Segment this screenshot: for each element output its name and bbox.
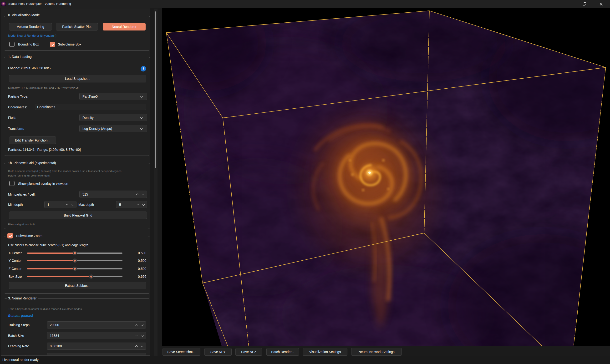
y-center-slider-handle[interactable] [73, 259, 77, 263]
log-interval-spin[interactable]: 100 [47, 353, 146, 356]
batch-size-value: 16384 [50, 334, 59, 338]
minimize-icon [566, 4, 570, 4]
chevron-down-icon[interactable] [141, 334, 143, 337]
coordinates-label: Coordinates: [8, 105, 27, 109]
load-snapshot-button[interactable]: Load Snapshot... [9, 75, 146, 82]
min-depth-value: 1 [47, 203, 49, 207]
chevron-up-icon[interactable] [66, 204, 68, 206]
chevron-up-icon[interactable] [136, 194, 138, 196]
transform-label: Transform: [8, 127, 24, 130]
bounding-box-checkbox[interactable] [9, 42, 14, 47]
subvolume-desc: Use sliders to choose cube center (0-1) … [8, 243, 89, 247]
transform-value: Log Density (Arepo) [82, 127, 112, 130]
max-depth-label: Max depth [78, 203, 94, 207]
plenoxel-overlay-checkbox[interactable] [9, 181, 14, 186]
chevron-down-icon[interactable] [142, 203, 145, 206]
min-particles-value: 515 [82, 193, 88, 196]
y-center-label: Y Center [9, 259, 22, 262]
min-particles-label: Min particles / cell: [8, 193, 36, 196]
plenoxel-status: Plenoxel grid: not built [8, 222, 35, 227]
sidebar-scrollbar-handle[interactable] [155, 12, 156, 168]
transform-combo[interactable]: Log Density (Arepo) [79, 125, 147, 132]
particle-scatter-plot-button[interactable]: Particle Scatter Plot [56, 23, 98, 30]
chevron-down-icon[interactable] [142, 193, 144, 195]
field-label: Field: [8, 116, 16, 120]
box-size-label: Box Size [9, 275, 22, 278]
batch-render-button[interactable]: Batch Render... [266, 348, 299, 356]
subvolume-zoom-label: Subvolume Zoom [16, 234, 42, 238]
y-center-value: 0.500 [127, 259, 146, 262]
group-neural-renderer-title: 3. Neural Renderer [7, 296, 38, 300]
volume-render-canvas [162, 8, 610, 346]
loaded-file-label: Loaded: cutout_468590.hdf5 [8, 66, 51, 70]
chevron-up-icon[interactable] [135, 335, 138, 337]
learning-rate-spin[interactable]: 0.00100 [47, 343, 146, 350]
neural-status: Status: paused [8, 314, 33, 318]
subvolume-box-label: Subvolume Box [58, 42, 81, 46]
neural-desc: Train a tinycudann neural field and rend… [8, 307, 82, 311]
group-data-loading-title: 1. Data Loading [7, 55, 33, 59]
min-particles-spin[interactable]: 515 [79, 191, 147, 198]
volume-rendering-button[interactable]: Volume Rendering [9, 23, 52, 30]
visualization-settings-button[interactable]: Visualization Settings [303, 348, 347, 356]
restore-icon [583, 2, 586, 6]
neural-renderer-button[interactable]: Neural Renderer [103, 23, 146, 30]
z-center-slider-handle[interactable] [73, 267, 77, 271]
app-icon [1, 2, 6, 6]
max-depth-spin[interactable]: 5 [116, 201, 147, 208]
maximize-button[interactable] [579, 0, 590, 8]
window-title: Scalar Field Resampler - Volume Renderin… [8, 2, 71, 5]
particle-type-value: PartType0 [82, 95, 98, 98]
particle-type-combo[interactable]: PartType0 [79, 93, 147, 100]
field-combo[interactable]: Density [79, 114, 147, 121]
y-center-slider-row: Y Center 0.500 [1, 258, 147, 263]
box-size-slider-handle[interactable] [89, 274, 93, 279]
mode-note: Mode: Neural Renderer (tinycudann) [8, 34, 56, 37]
chevron-down-icon[interactable] [141, 344, 143, 347]
info-icon[interactable]: i [141, 66, 146, 71]
chevron-down-icon [140, 127, 143, 130]
box-size-slider-row: Box Size 0.696 [1, 274, 147, 279]
edit-transfer-function-button[interactable]: Edit Transfer Function... [9, 136, 56, 144]
title-bar: Scalar Field Resampler - Volume Renderin… [0, 0, 610, 8]
min-depth-spin[interactable]: 1 [44, 201, 77, 208]
minimize-button[interactable] [562, 0, 573, 8]
slider-fill [27, 268, 75, 269]
chevron-up-icon[interactable] [136, 204, 139, 206]
min-depth-label: Min depth [8, 203, 23, 207]
chevron-up-icon[interactable] [135, 324, 138, 327]
plenoxel-overlay-label: Show plenoxel overlay in viewport [18, 182, 68, 186]
subvolume-zoom-legend: Subvolume Zoom [6, 233, 44, 239]
training-steps-spin[interactable]: 20000 [47, 321, 146, 328]
chevron-down-icon [140, 95, 143, 97]
save-screenshot-button[interactable]: Save Screenshot... [163, 348, 200, 356]
coordinates-input[interactable]: Coordinates [35, 104, 146, 110]
z-center-value: 0.500 [127, 267, 146, 271]
particles-info: Particles: 114,341 | Range: [2.02e+00, 8… [8, 148, 81, 152]
chevron-up-icon[interactable] [135, 345, 138, 348]
slider-fill [27, 260, 75, 261]
close-icon [599, 2, 603, 6]
learning-rate-label: Learning Rate [8, 344, 29, 348]
build-plenoxel-button[interactable]: Build Plenoxel Grid [9, 211, 147, 219]
x-center-slider-handle[interactable] [73, 251, 77, 255]
chevron-down-icon[interactable] [141, 323, 143, 326]
slider-fill [27, 276, 91, 277]
subvolume-zoom-checkbox[interactable] [7, 233, 13, 238]
chevron-down-icon[interactable] [71, 203, 74, 206]
extract-subbox-button[interactable]: Extract Subbox... [9, 282, 146, 289]
z-center-label: Z Center [9, 267, 21, 271]
subvolume-box-checkbox[interactable] [50, 42, 55, 47]
x-center-slider-row: X Center 0.500 [1, 250, 147, 256]
max-depth-value: 5 [119, 203, 121, 207]
batch-size-spin[interactable]: 16384 [47, 332, 146, 339]
viewport[interactable] [162, 8, 610, 346]
save-npy-button[interactable]: Save NPY [205, 348, 232, 356]
save-npz-button[interactable]: Save NPZ [235, 348, 262, 356]
z-center-slider-row: Z Center 0.500 [1, 266, 147, 271]
coordinates-value: Coordinates [37, 105, 55, 109]
close-button[interactable] [596, 0, 607, 8]
particle-type-label: Particle Type: [8, 95, 28, 98]
neural-network-settings-button[interactable]: Neural Network Settings [351, 348, 402, 356]
chevron-down-icon [140, 116, 143, 119]
